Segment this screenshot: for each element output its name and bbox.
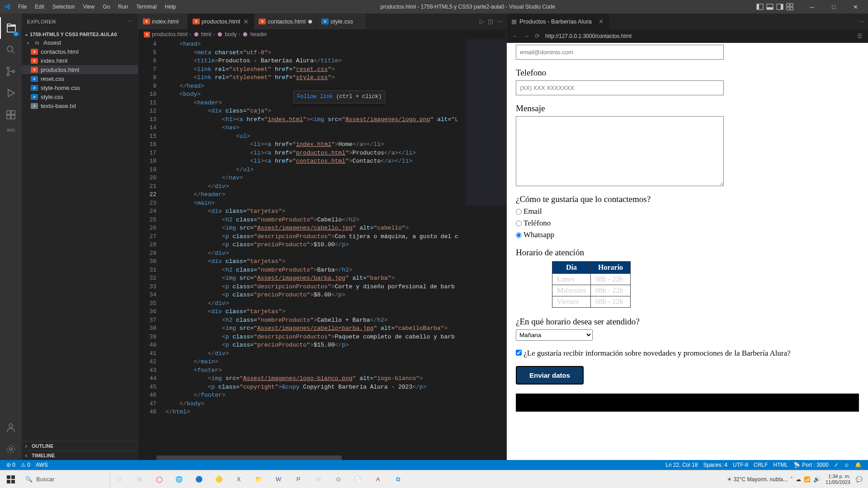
- toggle-panel-icon[interactable]: [766, 3, 774, 11]
- opera-icon[interactable]: ◯: [150, 470, 168, 488]
- code-editor[interactable]: 4567891011121314151617181920212223242526…: [138, 39, 506, 455]
- radio-telefono[interactable]: [516, 221, 522, 226]
- menu-help[interactable]: Help: [161, 2, 180, 12]
- volume-icon[interactable]: 🔊: [813, 476, 820, 483]
- url-bar[interactable]: http://127.0.0.1:3000/contactos.html: [545, 33, 852, 39]
- tab-style-css[interactable]: #style.css: [317, 14, 367, 29]
- menu-selection[interactable]: Selection: [49, 2, 78, 12]
- aws-icon[interactable]: aws: [7, 127, 15, 132]
- file-contactos[interactable]: 5contactos.html: [22, 47, 138, 56]
- minimap[interactable]: [466, 39, 506, 455]
- cortana-icon[interactable]: ⊙: [110, 470, 128, 488]
- notepad-icon[interactable]: 📄: [349, 470, 367, 488]
- close-window-button[interactable]: ✕: [846, 0, 864, 14]
- file-productos[interactable]: 5productos.html: [22, 65, 138, 74]
- email-field[interactable]: [516, 45, 724, 60]
- status-encoding[interactable]: UTF-8: [730, 462, 751, 468]
- status-port[interactable]: 📡Port : 3000: [791, 462, 831, 468]
- start-button[interactable]: [2, 470, 20, 488]
- browser-tab[interactable]: ▦ Productos - Barberías Alura ✕: [507, 14, 609, 29]
- status-cursor-pos[interactable]: Ln 22, Col 18: [663, 462, 700, 468]
- status-feedback-icon[interactable]: ☺: [841, 462, 852, 468]
- customize-layout-icon[interactable]: [786, 3, 794, 11]
- time-select[interactable]: Mañana: [516, 329, 593, 341]
- radio-whatsapp[interactable]: [516, 232, 522, 238]
- vscode-taskbar-icon[interactable]: ⧉: [389, 470, 407, 488]
- browser-menu-icon[interactable]: ☰: [857, 33, 863, 39]
- timeline-section[interactable]: ›TIMELINE: [22, 450, 138, 460]
- radio-email[interactable]: [516, 209, 522, 215]
- file-explorer-icon[interactable]: 📁: [250, 470, 268, 488]
- submit-button[interactable]: Enviar datos: [516, 366, 584, 385]
- explorer-more-icon[interactable]: ⋯: [127, 19, 133, 24]
- tab-contactos[interactable]: 5contactos.html: [254, 14, 317, 29]
- close-icon[interactable]: ✕: [598, 19, 604, 25]
- horizontal-scrollbar[interactable]: [138, 455, 506, 460]
- word-icon[interactable]: W: [269, 470, 288, 488]
- status-language[interactable]: HTML: [770, 462, 791, 468]
- menu-terminal[interactable]: Terminal: [132, 2, 160, 12]
- status-spaces[interactable]: Spaces: 4: [701, 462, 730, 468]
- run-code-icon[interactable]: ▷: [480, 18, 484, 25]
- task-view-icon[interactable]: ⊞: [130, 470, 148, 488]
- taskbar-clock[interactable]: 1:34 p. m. 11/05/2023: [823, 474, 853, 485]
- excel-icon[interactable]: X: [230, 470, 248, 488]
- project-icon[interactable]: P: [289, 470, 307, 488]
- autocad-icon[interactable]: A: [369, 470, 387, 488]
- file-texto-base[interactable]: ≡texto-base.txt: [22, 101, 138, 110]
- tab-index[interactable]: 5index.html: [138, 14, 188, 29]
- back-icon[interactable]: ←: [512, 33, 518, 39]
- settings-gear-icon[interactable]: [0, 438, 22, 460]
- edge-icon[interactable]: 🌐: [170, 470, 188, 488]
- menu-run[interactable]: Run: [114, 2, 132, 12]
- file-style-home-css[interactable]: #style-home.css: [22, 83, 138, 92]
- status-bell-icon[interactable]: 🔔: [852, 462, 864, 468]
- quickbooks-icon[interactable]: ⊙: [329, 470, 347, 488]
- status-warnings[interactable]: ⚠ 0: [18, 462, 33, 468]
- telefono-field[interactable]: [516, 80, 724, 95]
- menu-file[interactable]: File: [14, 2, 30, 12]
- run-debug-icon[interactable]: [0, 82, 22, 104]
- explorer-icon[interactable]: 1: [0, 17, 22, 39]
- tab-productos[interactable]: 5productos.html✕: [188, 14, 254, 29]
- status-aws[interactable]: AWS: [33, 462, 51, 468]
- more-actions-icon[interactable]: ⋯: [859, 18, 864, 25]
- chrome-icon[interactable]: 🔵: [190, 470, 208, 488]
- outline-section[interactable]: ›OUTLINE: [22, 441, 138, 450]
- mail-icon[interactable]: ✉: [309, 470, 327, 488]
- breadcrumb[interactable]: 5productos.html › ⬢html › ⬢body › ⬢heade…: [138, 29, 506, 39]
- menu-go[interactable]: Go: [99, 2, 113, 12]
- maximize-button[interactable]: □: [825, 0, 843, 14]
- file-index[interactable]: 5index.html: [22, 56, 138, 65]
- file-style-css[interactable]: #style.css: [22, 92, 138, 101]
- status-errors[interactable]: ⊘ 0: [4, 462, 18, 468]
- menu-view[interactable]: View: [79, 2, 98, 12]
- minimize-button[interactable]: ─: [803, 0, 821, 14]
- file-reset-css[interactable]: #reset.css: [22, 74, 138, 83]
- close-icon[interactable]: ✕: [243, 19, 249, 25]
- status-prettier[interactable]: ✓: [831, 462, 841, 468]
- status-eol[interactable]: CRLF: [751, 462, 770, 468]
- split-editor-icon[interactable]: ◫: [488, 18, 493, 25]
- notifications-icon[interactable]: 💬: [856, 476, 863, 483]
- browser-content[interactable]: Telefono Mensaje ¿Cómo te gustaría que l…: [507, 43, 868, 460]
- tray-chevron-icon[interactable]: ˄: [790, 476, 793, 483]
- search-icon[interactable]: [0, 39, 22, 61]
- accounts-icon[interactable]: [0, 417, 22, 438]
- extensions-icon[interactable]: [0, 104, 22, 126]
- toggle-primary-sidebar-icon[interactable]: [756, 3, 764, 11]
- taskbar-search[interactable]: 🔍Buscar: [20, 470, 110, 488]
- mensaje-field[interactable]: [516, 116, 724, 186]
- menu-edit[interactable]: Edit: [31, 2, 48, 12]
- reload-icon[interactable]: ⟳: [535, 33, 540, 39]
- forward-icon[interactable]: →: [524, 33, 529, 39]
- onedrive-icon[interactable]: ☁: [796, 476, 801, 483]
- weather-widget[interactable]: ☀ 32°C Mayorm. nubla...: [727, 476, 788, 483]
- source-control-icon[interactable]: [0, 61, 22, 82]
- more-actions-icon[interactable]: ⋯: [497, 18, 503, 25]
- chrome-canary-icon[interactable]: 🟡: [210, 470, 228, 488]
- toggle-secondary-sidebar-icon[interactable]: [776, 3, 784, 11]
- wifi-icon[interactable]: 📶: [804, 476, 811, 483]
- folder-assest[interactable]: › 🗀 Assest: [22, 38, 138, 47]
- newsletter-checkbox[interactable]: [516, 350, 522, 356]
